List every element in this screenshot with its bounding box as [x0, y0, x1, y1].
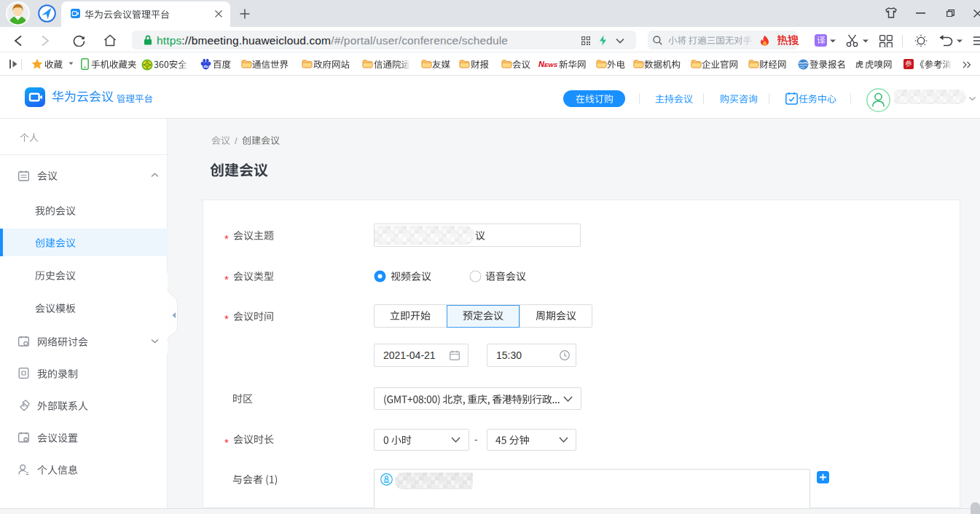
svg-text:du: du: [203, 64, 208, 68]
